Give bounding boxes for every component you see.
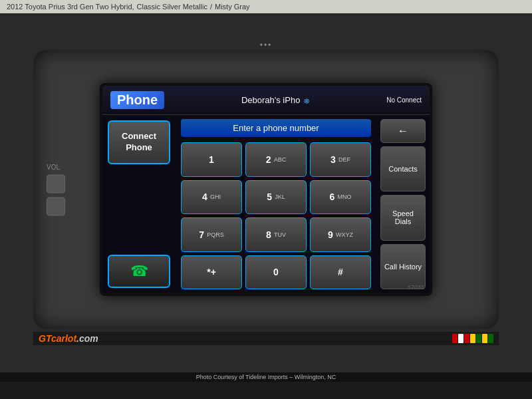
flag-stripe-4: [476, 334, 481, 343]
contacts-button[interactable]: Contacts: [380, 146, 426, 192]
call-icon: ☎: [130, 263, 148, 279]
device-name-text: Deborah's iPho: [241, 95, 300, 105]
no-connect: No Connect: [386, 96, 422, 104]
screen: Phone Deborah's iPho ⎈ No Connect Connec…: [102, 86, 430, 293]
connect-phone-button[interactable]: Connect Phone: [108, 120, 170, 164]
right-panel: ← Contacts Speed Dials Call History: [376, 115, 430, 293]
call-history-button[interactable]: Call History: [380, 244, 426, 289]
key-button-2[interactable]: 3DEF: [310, 142, 371, 177]
device-name: Deborah's iPho ⎈: [241, 95, 309, 106]
flag-stripe-3: [470, 334, 475, 343]
flag-stripe-5: [482, 334, 487, 343]
key-button-10[interactable]: 0: [245, 255, 307, 290]
key-button-5[interactable]: 6MNO: [310, 180, 371, 215]
menu-dots: •••: [260, 41, 273, 50]
center-panel: Enter a phone number 12ABC3DEF4GHI5JKL6M…: [176, 115, 376, 293]
site-logo: GTcarlot.com: [39, 333, 98, 344]
phone-title: Phone: [110, 91, 164, 109]
key-button-0[interactable]: 1: [181, 142, 242, 177]
logo-text: GTcarlot: [39, 333, 76, 344]
flag-stripe-1: [458, 334, 464, 343]
screen-body: Connect Phone ☎ Enter a phone number 12A…: [102, 115, 430, 293]
key-button-4[interactable]: 5JKL: [245, 180, 307, 215]
flag-stripe-0: [452, 334, 458, 343]
phone-number-display[interactable]: Enter a phone number: [181, 119, 371, 137]
left-panel: Connect Phone ☎: [102, 115, 176, 293]
call-button[interactable]: ☎: [108, 255, 170, 288]
car-title: 2012 Toyota Prius 3rd Gen Two Hybrid,: [7, 3, 134, 11]
flag-stripe-2: [464, 334, 469, 343]
bluetooth-icon: ⎈: [304, 95, 309, 106]
backspace-button[interactable]: ←: [380, 119, 426, 143]
key-button-3[interactable]: 4GHI: [181, 180, 242, 215]
car-surround: VOL Phone Deborah's iPho ⎈ No Connect: [33, 50, 499, 329]
key-button-9[interactable]: *+: [181, 255, 242, 290]
key-button-8[interactable]: 9WXYZ: [310, 217, 371, 252]
main-content: ••• VOL Phone Deborah's iPho ⎈ No Connec…: [0, 13, 532, 372]
car-color: Classic Silver Metallic: [137, 3, 207, 11]
side-button-2[interactable]: [47, 198, 65, 216]
key-button-11[interactable]: #: [310, 255, 371, 290]
flag-stripes: [452, 334, 493, 343]
photo-credit: Photo Courtesy of Tideline Imports – Wil…: [0, 372, 532, 382]
vol-label: VOL: [47, 164, 65, 171]
screen-header: Phone Deborah's iPho ⎈ No Connect: [102, 86, 430, 115]
key-button-7[interactable]: 8TUV: [245, 217, 307, 252]
top-bar: 2012 Toyota Prius 3rd Gen Two Hybrid, Cl…: [0, 0, 532, 13]
flag-stripe-6: [488, 334, 493, 343]
side-button-1[interactable]: [47, 175, 65, 194]
watermark: 57031: [408, 284, 424, 291]
side-controls: VOL: [47, 164, 65, 216]
speed-dials-button[interactable]: Speed Dials: [380, 195, 426, 240]
separator: /: [210, 3, 212, 11]
keypad: 12ABC3DEF4GHI5JKL6MNO7PQRS8TUV9WXYZ*+0#: [181, 142, 371, 289]
car-interior: Misty Gray: [215, 3, 250, 11]
screen-bezel: Phone Deborah's iPho ⎈ No Connect Connec…: [100, 83, 432, 296]
key-button-1[interactable]: 2ABC: [245, 142, 307, 177]
logo-bar: GTcarlot.com: [33, 332, 499, 345]
logo-dotcom: .com: [76, 333, 98, 344]
key-button-6[interactable]: 7PQRS: [181, 217, 242, 252]
